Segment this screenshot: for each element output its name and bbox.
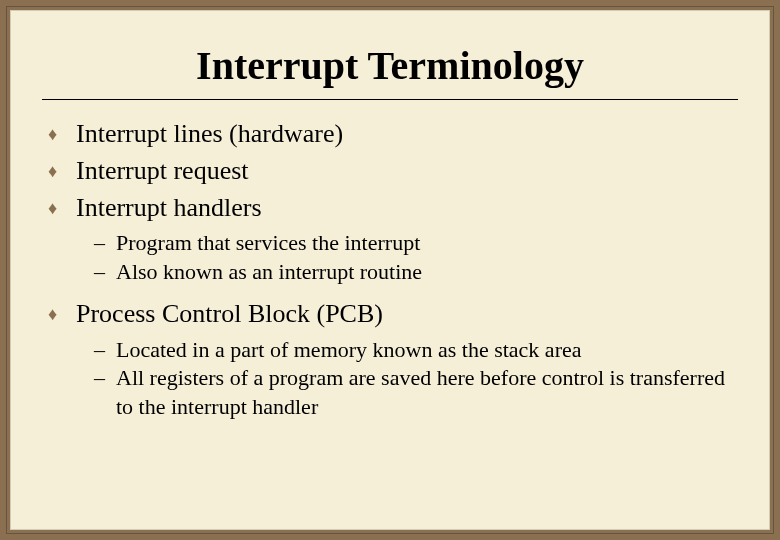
- list-item-text: Interrupt request: [76, 153, 249, 188]
- sub-list-item: – All registers of a program are saved h…: [94, 364, 738, 421]
- sub-list-item: – Also known as an interrupt routine: [94, 258, 738, 287]
- list-item: ♦ Interrupt request: [48, 153, 738, 188]
- list-item-text: Process Control Block (PCB): [76, 296, 383, 331]
- list-item: ♦ Process Control Block (PCB): [48, 296, 738, 331]
- dash-bullet-icon: –: [94, 336, 116, 365]
- slide-title: Interrupt Terminology: [42, 42, 738, 89]
- title-rule: [42, 99, 738, 100]
- list-item: ♦ Interrupt handlers: [48, 190, 738, 225]
- slide-body: Interrupt Terminology ♦ Interrupt lines …: [10, 10, 770, 530]
- sub-list-item-text: Also known as an interrupt routine: [116, 258, 738, 287]
- diamond-bullet-icon: ♦: [48, 296, 76, 326]
- list-item-text: Interrupt lines (hardware): [76, 116, 343, 151]
- diamond-bullet-icon: ♦: [48, 153, 76, 183]
- sub-list: – Located in a part of memory known as t…: [94, 336, 738, 422]
- diamond-bullet-icon: ♦: [48, 190, 76, 220]
- bullet-list: ♦ Interrupt lines (hardware) ♦ Interrupt…: [48, 116, 738, 421]
- sub-list-item-text: All registers of a program are saved her…: [116, 364, 738, 421]
- list-item: ♦ Interrupt lines (hardware): [48, 116, 738, 151]
- dash-bullet-icon: –: [94, 364, 116, 393]
- dash-bullet-icon: –: [94, 258, 116, 287]
- dash-bullet-icon: –: [94, 229, 116, 258]
- diamond-bullet-icon: ♦: [48, 116, 76, 146]
- sub-list-item: – Located in a part of memory known as t…: [94, 336, 738, 365]
- list-item-text: Interrupt handlers: [76, 190, 262, 225]
- sub-list: – Program that services the interrupt – …: [94, 229, 738, 286]
- sub-list-item: – Program that services the interrupt: [94, 229, 738, 258]
- slide-frame: Interrupt Terminology ♦ Interrupt lines …: [0, 0, 780, 540]
- sub-list-item-text: Located in a part of memory known as the…: [116, 336, 738, 365]
- sub-list-item-text: Program that services the interrupt: [116, 229, 738, 258]
